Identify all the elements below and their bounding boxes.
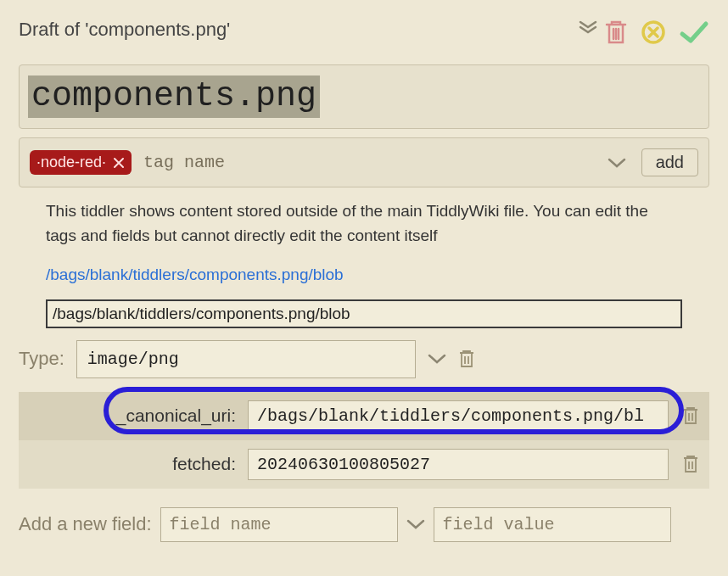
field-value-input[interactable] (248, 400, 669, 432)
add-tag-button[interactable]: add (641, 148, 698, 176)
draft-title: Draft of 'components.png' (19, 19, 230, 41)
body-description: This tiddler shows content stored outsid… (46, 199, 682, 248)
type-label: Type: (19, 348, 64, 370)
canonical-uri-input[interactable] (46, 299, 682, 328)
title-input[interactable]: components.png (28, 75, 320, 118)
delete-icon[interactable] (604, 19, 628, 46)
body-panel: This tiddler shows content stored outsid… (19, 187, 709, 340)
field-value-input[interactable] (248, 449, 669, 480)
tags-container: ·node-red· add (19, 137, 709, 187)
remove-tag-icon[interactable] (113, 157, 125, 169)
field-label: _canonical_uri: (29, 405, 239, 426)
tag-dropdown-icon[interactable] (608, 157, 626, 169)
title-input-container[interactable]: components.png (19, 64, 709, 129)
tag-pill[interactable]: ·node-red· (30, 150, 132, 175)
field-label: fetched: (29, 454, 239, 474)
type-input[interactable] (76, 340, 416, 378)
delete-field-icon[interactable] (682, 405, 699, 426)
tag-label: ·node-red· (36, 154, 106, 171)
field-row: _canonical_uri: (19, 392, 709, 440)
add-field-label: Add a new field: (19, 513, 152, 535)
new-field-value-input[interactable] (434, 507, 671, 542)
confirm-icon[interactable] (679, 19, 709, 46)
cancel-icon[interactable] (640, 19, 667, 46)
delete-field-icon[interactable] (682, 454, 699, 474)
canonical-uri-link[interactable]: /bags/blank/tiddlers/components.png/blob (46, 266, 344, 283)
new-field-name-input[interactable] (160, 507, 398, 542)
field-name-dropdown-icon[interactable] (406, 518, 425, 530)
more-actions-icon[interactable] (579, 20, 597, 36)
type-dropdown-icon[interactable] (428, 353, 446, 365)
clear-type-icon[interactable] (458, 349, 475, 369)
field-row: fetched: (19, 440, 709, 489)
tag-name-input[interactable] (142, 152, 311, 173)
